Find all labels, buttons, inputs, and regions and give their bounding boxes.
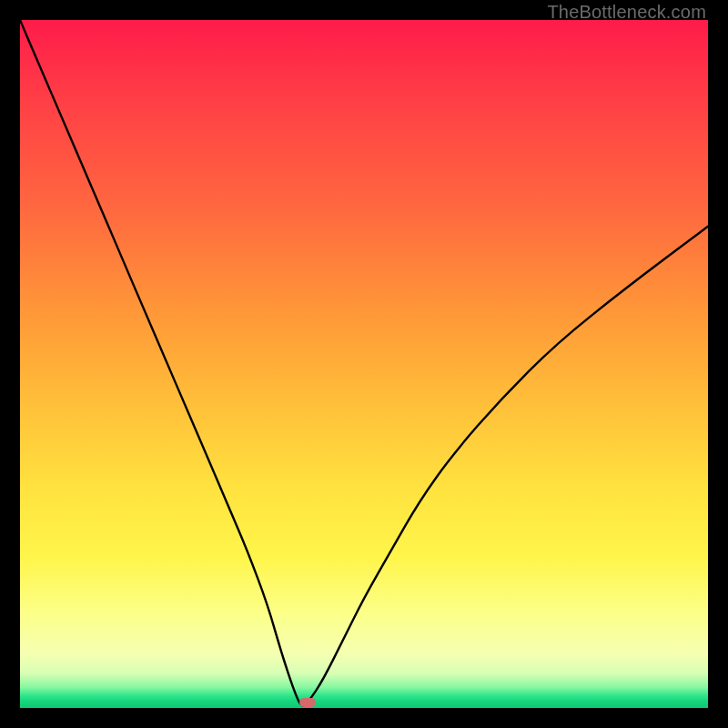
optimum-marker (299, 698, 316, 707)
bottleneck-curve (20, 20, 708, 708)
curve-path (20, 20, 708, 705)
chart-frame (20, 20, 708, 708)
plot-area (20, 20, 708, 708)
